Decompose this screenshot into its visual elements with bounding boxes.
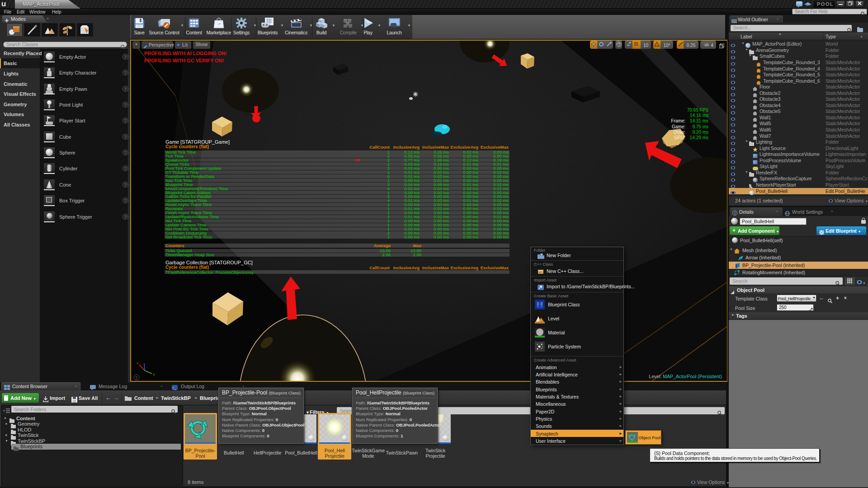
svg-text:+: + <box>539 271 541 274</box>
svg-text:Y: Y <box>153 373 156 377</box>
svg-text:?: ? <box>135 375 137 380</box>
svg-text:›_: ›_ <box>173 386 176 390</box>
svg-text:x: x <box>137 361 138 365</box>
